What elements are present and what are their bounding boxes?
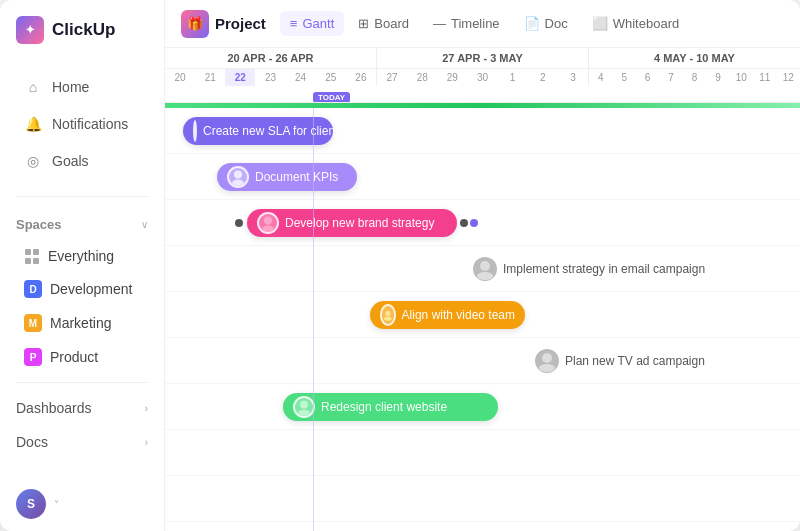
task-bar-kpis[interactable]: Document KPIs (217, 163, 357, 191)
svg-point-6 (480, 261, 490, 271)
date-range-1: 20 APR - 26 APR (165, 48, 377, 68)
day-numbers: 20 21 22 23 24 25 26 27 28 29 30 1 (165, 69, 800, 86)
task-label-email: Implement strategy in email campaign (473, 257, 705, 281)
sidebar-item-product[interactable]: P Product (8, 341, 156, 373)
sidebar-nav: ⌂ Home 🔔 Notifications ◎ Goals (0, 60, 164, 188)
spaces-chevron-icon[interactable]: ∨ (141, 219, 148, 230)
date-range-2: 27 APR - 3 MAY (377, 48, 589, 68)
task-avatar-email (473, 257, 497, 281)
sidebar-item-dashboards[interactable]: Dashboards › (0, 391, 164, 425)
tab-timeline[interactable]: — Timeline (423, 11, 510, 36)
spaces-section: Spaces ∨ (0, 205, 164, 240)
sidebar-item-docs[interactable]: Docs › (0, 425, 164, 459)
date-range-3: 4 MAY - 10 MAY (589, 48, 800, 68)
tab-gantt[interactable]: ≡ Gantt (280, 11, 344, 36)
user-initial: S (27, 497, 35, 511)
svg-point-10 (542, 353, 552, 363)
board-tab-icon: ⊞ (358, 16, 369, 31)
dashboards-chevron-icon: › (145, 403, 148, 414)
spaces-header: Spaces ∨ (16, 217, 148, 232)
logo-text: ClickUp (52, 20, 115, 40)
task-bar-sla[interactable]: Create new SLA for client (183, 117, 333, 145)
sidebar-item-goals-label: Goals (52, 153, 89, 169)
task-label-video: Align with video team (402, 308, 515, 322)
task-label-brand: Develop new brand strategy (285, 216, 434, 230)
task-row-4: Implement strategy in email campaign (165, 246, 800, 292)
sidebar-item-development[interactable]: D Development (8, 273, 156, 305)
task-row-3: Develop new brand strategy (165, 200, 800, 246)
project-icon: 🎁 (181, 10, 209, 38)
task-dot-right-brand (460, 219, 468, 227)
task-avatar-kpis (227, 166, 249, 188)
whiteboard-tab-label: Whiteboard (613, 16, 679, 31)
task-label-tv: Plan new TV ad campaign (535, 349, 705, 373)
home-icon: ⌂ (24, 78, 42, 96)
svg-point-8 (385, 310, 390, 315)
top-nav: 🎁 Project ≡ Gantt ⊞ Board — Timeline 📄 D… (165, 0, 800, 48)
date-header: 20 APR - 26 APR 27 APR - 3 MAY 4 MAY - 1… (165, 48, 800, 103)
gantt-tab-icon: ≡ (290, 16, 298, 31)
marketing-icon: M (24, 314, 42, 332)
sidebar-divider-1 (16, 196, 148, 197)
timeline-tab-icon: — (433, 16, 446, 31)
development-icon: D (24, 280, 42, 298)
task-bar-website[interactable]: Redesign client website (283, 393, 498, 421)
today-badge: TODAY (313, 86, 350, 103)
user-profile[interactable]: S ˅ (0, 477, 164, 531)
goals-icon: ◎ (24, 152, 42, 170)
svg-point-3 (232, 179, 243, 186)
docs-chevron-icon: › (145, 437, 148, 448)
bell-icon: 🔔 (24, 115, 42, 133)
sidebar-item-product-label: Product (50, 349, 98, 365)
svg-point-12 (300, 400, 308, 408)
main-content: 🎁 Project ≡ Gantt ⊞ Board — Timeline 📄 D… (165, 0, 800, 531)
project-title: Project (215, 15, 266, 32)
task-connector-dot-brand (470, 219, 478, 227)
task-avatar-sla (193, 120, 197, 142)
task-label-sla: Create new SLA for client (203, 124, 338, 138)
grid-icon (24, 248, 40, 264)
avatar: S (16, 489, 46, 519)
logo: ✦ ClickUp (0, 0, 164, 60)
sidebar-item-home-label: Home (52, 79, 89, 95)
svg-point-13 (298, 409, 309, 416)
tab-doc[interactable]: 📄 Doc (514, 11, 578, 36)
task-row-1: Create new SLA for client (165, 108, 800, 154)
sidebar-item-notifications-label: Notifications (52, 116, 128, 132)
timeline-tab-label: Timeline (451, 16, 500, 31)
svg-point-9 (384, 316, 391, 320)
task-label-email-text: Implement strategy in email campaign (503, 262, 705, 276)
product-icon: P (24, 348, 42, 366)
sidebar-item-goals[interactable]: ◎ Goals (8, 143, 156, 179)
spaces-label: Spaces (16, 217, 62, 232)
sidebar-item-marketing-label: Marketing (50, 315, 111, 331)
sidebar-item-marketing[interactable]: M Marketing (8, 307, 156, 339)
task-avatar-tv (535, 349, 559, 373)
svg-point-4 (264, 216, 272, 224)
dashboards-label: Dashboards (16, 400, 92, 416)
doc-tab-icon: 📄 (524, 16, 540, 31)
sidebar-item-home[interactable]: ⌂ Home (8, 69, 156, 105)
tab-whiteboard[interactable]: ⬜ Whiteboard (582, 11, 689, 36)
svg-point-7 (477, 272, 493, 280)
board-tab-label: Board (374, 16, 409, 31)
task-row-5: Align with video team (165, 292, 800, 338)
whiteboard-tab-icon: ⬜ (592, 16, 608, 31)
logo-icon: ✦ (16, 16, 44, 44)
tab-board[interactable]: ⊞ Board (348, 11, 419, 36)
sidebar-item-notifications[interactable]: 🔔 Notifications (8, 106, 156, 142)
task-bar-video[interactable]: Align with video team (370, 301, 525, 329)
docs-label: Docs (16, 434, 48, 450)
today-day: 22 (225, 69, 255, 86)
app-container: ✦ ClickUp ⌂ Home 🔔 Notifications ◎ Goals… (0, 0, 800, 531)
task-row-7: Redesign client website (165, 384, 800, 430)
task-avatar-website (293, 396, 315, 418)
sidebar-item-everything[interactable]: Everything (8, 241, 156, 271)
svg-point-11 (539, 364, 555, 372)
task-row-2: Document KPIs (165, 154, 800, 200)
svg-point-5 (262, 225, 273, 232)
user-chevron-icon: ˅ (54, 499, 59, 510)
task-bar-brand[interactable]: Develop new brand strategy (247, 209, 457, 237)
tab-list: ≡ Gantt ⊞ Board — Timeline 📄 Doc ⬜ Wh (280, 11, 689, 36)
task-avatar-brand (257, 212, 279, 234)
